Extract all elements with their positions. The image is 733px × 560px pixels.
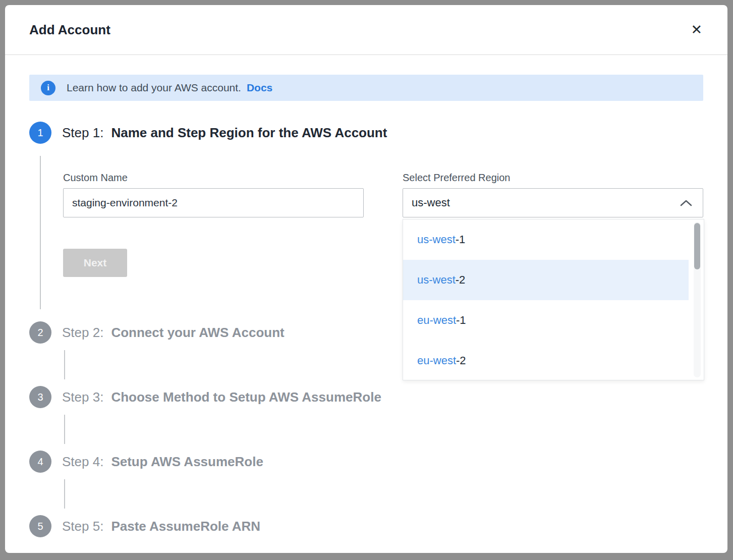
step-row-3: 3 Step 3:Choose Method to Setup AWS Assu… bbox=[29, 386, 703, 408]
step-5-prefix: Step 5: bbox=[62, 519, 103, 534]
option-rest-text: -1 bbox=[456, 233, 466, 246]
step-5-header: Step 5:Paste AssumeRole ARN bbox=[62, 519, 260, 534]
step-4-circle: 4 bbox=[29, 451, 51, 473]
region-select[interactable]: us-west bbox=[403, 188, 703, 217]
step-4-prefix: Step 4: bbox=[62, 454, 103, 469]
docs-link[interactable]: Docs bbox=[247, 82, 272, 94]
custom-name-label: Custom Name bbox=[63, 172, 364, 184]
step-2-circle: 2 bbox=[29, 321, 51, 344]
dropdown-scrollbar-track[interactable] bbox=[694, 222, 701, 377]
chevron-up-icon bbox=[680, 200, 692, 206]
step-5-title: Paste AssumeRole ARN bbox=[111, 519, 260, 534]
step-row-5: 5 Step 5:Paste AssumeRole ARN bbox=[29, 515, 703, 537]
modal-header: Add Account ✕ bbox=[5, 5, 727, 55]
region-dropdown: us-west-1 us-west-2 eu-west-1 eu-west-2 bbox=[403, 219, 704, 380]
region-label: Select Preferred Region bbox=[403, 172, 703, 184]
region-option-us-west-2[interactable]: us-west-2 bbox=[403, 260, 689, 300]
info-banner: i Learn how to add your AWS account. Doc… bbox=[29, 75, 703, 101]
add-account-modal: Add Account ✕ i Learn how to add your AW… bbox=[5, 5, 727, 553]
region-field: Select Preferred Region us-west bbox=[403, 172, 703, 217]
stepper: 1 Step 1:Name and Step Region for the AW… bbox=[29, 122, 703, 537]
option-match-text: us-west bbox=[417, 233, 456, 246]
option-rest-text: -2 bbox=[456, 354, 466, 367]
step-2-header: Step 2:Connect your AWS Account bbox=[62, 325, 285, 341]
step-4-title: Setup AWS AssumeRole bbox=[111, 454, 263, 469]
step-2-title: Connect your AWS Account bbox=[111, 325, 284, 340]
info-icon: i bbox=[41, 81, 55, 95]
option-match-text: eu-west bbox=[417, 314, 456, 327]
step-row-4: 4 Step 4:Setup AWS AssumeRole bbox=[29, 451, 703, 473]
region-select-value: us-west bbox=[412, 196, 450, 209]
region-option-eu-west-2[interactable]: eu-west-2 bbox=[403, 341, 689, 381]
step-connector bbox=[64, 415, 65, 444]
step-row-1: 1 Step 1:Name and Step Region for the AW… bbox=[29, 122, 703, 144]
step-3-circle: 3 bbox=[29, 386, 51, 408]
option-rest-text: -1 bbox=[456, 314, 466, 327]
next-button[interactable]: Next bbox=[63, 249, 127, 277]
step-connector bbox=[64, 350, 65, 379]
modal-title: Add Account bbox=[29, 22, 110, 38]
region-option-eu-west-1[interactable]: eu-west-1 bbox=[403, 300, 689, 341]
close-icon: ✕ bbox=[691, 22, 702, 37]
step-1-circle: 1 bbox=[29, 122, 51, 144]
custom-name-field: Custom Name bbox=[63, 172, 364, 217]
step-1-form-row: Custom Name Select Preferred Region us-w… bbox=[63, 172, 703, 217]
region-option-list: us-west-1 us-west-2 eu-west-1 eu-west-2 bbox=[403, 219, 689, 381]
option-rest-text: -2 bbox=[456, 273, 466, 287]
step-5-circle: 5 bbox=[29, 515, 51, 537]
option-match-text: eu-west bbox=[417, 354, 456, 367]
step-3-prefix: Step 3: bbox=[62, 389, 103, 405]
close-button[interactable]: ✕ bbox=[689, 21, 704, 39]
option-match-text: us-west bbox=[417, 273, 456, 287]
step-1-header: Step 1:Name and Step Region for the AWS … bbox=[62, 125, 387, 141]
step-1-content: Custom Name Select Preferred Region us-w… bbox=[29, 144, 703, 321]
step-2-prefix: Step 2: bbox=[62, 325, 103, 340]
step-3-title: Choose Method to Setup AWS AssumeRole bbox=[111, 389, 381, 405]
step-4-header: Step 4:Setup AWS AssumeRole bbox=[62, 454, 263, 470]
step-connector bbox=[64, 479, 65, 509]
banner-text: Learn how to add your AWS account. bbox=[67, 82, 241, 94]
step-3-header: Step 3:Choose Method to Setup AWS Assume… bbox=[62, 389, 381, 405]
region-option-us-west-1[interactable]: us-west-1 bbox=[403, 219, 689, 260]
modal-body: i Learn how to add your AWS account. Doc… bbox=[5, 55, 727, 553]
dropdown-scrollbar-thumb[interactable] bbox=[694, 223, 700, 269]
step-1-prefix: Step 1: bbox=[62, 125, 103, 140]
custom-name-input[interactable] bbox=[63, 188, 364, 217]
step-1-title: Name and Step Region for the AWS Account bbox=[111, 125, 387, 140]
